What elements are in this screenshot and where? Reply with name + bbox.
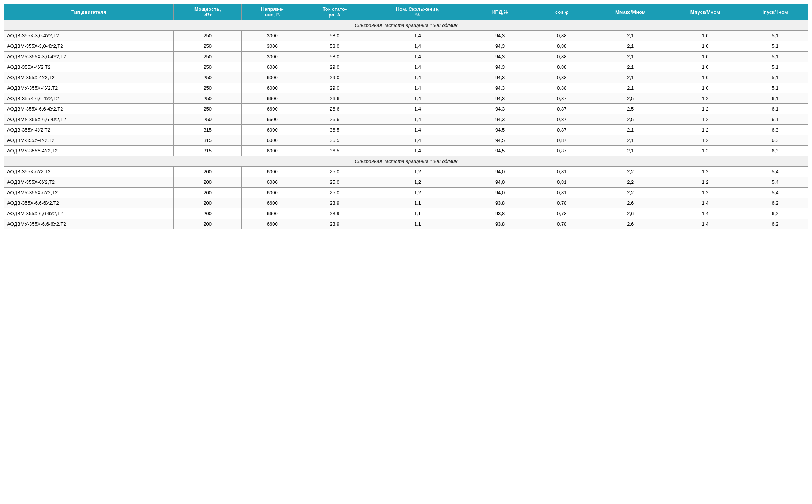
- cell-0-2-5: 94,3: [469, 52, 531, 62]
- cell-1-3-8: 1,4: [668, 198, 742, 208]
- cell-0-1-3: 58,0: [303, 41, 366, 52]
- cell-0-11-6: 0,87: [531, 146, 593, 156]
- cell-0-1-5: 94,3: [469, 41, 531, 52]
- cell-1-5-5: 93,8: [469, 219, 531, 229]
- cell-0-4-3: 29,0: [303, 72, 366, 83]
- cell-1-0-7: 2,2: [593, 167, 668, 177]
- header-cell-3: Ток стато-ра, А: [303, 4, 366, 20]
- cell-1-4-8: 1,4: [668, 208, 742, 219]
- cell-0-0-3: 58,0: [303, 31, 366, 41]
- cell-0-1-9: 5,1: [742, 41, 808, 52]
- cell-0-0-9: 5,1: [742, 31, 808, 41]
- cell-0-3-5: 94,3: [469, 62, 531, 72]
- cell-1-5-1: 200: [174, 219, 242, 229]
- table-row: АОДВМ-355Х-6У2,Т2200600025,01,294,00,812…: [4, 177, 808, 188]
- cell-1-1-4: 1,2: [366, 177, 469, 188]
- table-row: АОДВ-355Х-6,6-6У2,Т2200660023,91,193,80,…: [4, 198, 808, 208]
- cell-0-8-9: 6,1: [742, 114, 808, 125]
- cell-0-0-1: 250: [174, 31, 242, 41]
- cell-0-4-5: 94,3: [469, 72, 531, 83]
- cell-0-8-2: 6600: [242, 114, 303, 125]
- header-cell-5: КПД,%: [469, 4, 531, 20]
- header-cell-6: cos φ: [531, 4, 593, 20]
- cell-1-1-6: 0,81: [531, 177, 593, 188]
- cell-1-2-1: 200: [174, 188, 242, 198]
- cell-1-1-8: 1,2: [668, 177, 742, 188]
- cell-0-6-2: 6600: [242, 93, 303, 104]
- cell-0-7-6: 0,87: [531, 104, 593, 114]
- cell-1-2-5: 94,0: [469, 188, 531, 198]
- cell-0-0-7: 2,1: [593, 31, 668, 41]
- cell-1-4-4: 1,1: [366, 208, 469, 219]
- cell-0-0-2: 3000: [242, 31, 303, 41]
- cell-1-2-3: 25,0: [303, 188, 366, 198]
- cell-0-5-1: 250: [174, 83, 242, 93]
- cell-1-0-4: 1,2: [366, 167, 469, 177]
- cell-0-11-1: 315: [174, 146, 242, 156]
- cell-0-0-8: 1,0: [668, 31, 742, 41]
- cell-1-4-5: 93,8: [469, 208, 531, 219]
- cell-1-3-6: 0,78: [531, 198, 593, 208]
- cell-0-9-4: 1,4: [366, 125, 469, 135]
- header-cell-4: Ном. Скольжение,%: [366, 4, 469, 20]
- cell-1-2-2: 6000: [242, 188, 303, 198]
- cell-0-2-1: 250: [174, 52, 242, 62]
- cell-0-6-5: 94,3: [469, 93, 531, 104]
- cell-0-4-8: 1,0: [668, 72, 742, 83]
- cell-0-3-9: 5,1: [742, 62, 808, 72]
- cell-0-11-3: 36,5: [303, 146, 366, 156]
- cell-0-1-6: 0,88: [531, 41, 593, 52]
- cell-0-5-2: 6000: [242, 83, 303, 93]
- cell-0-0-4: 1,4: [366, 31, 469, 41]
- cell-0-5-6: 0,88: [531, 83, 593, 93]
- cell-0-3-7: 2,1: [593, 62, 668, 72]
- section-header-0: Синхронная частота вращения 1500 об/мин: [4, 20, 808, 31]
- header-cell-1: Мощность,кВт: [174, 4, 242, 20]
- cell-1-1-5: 94,0: [469, 177, 531, 188]
- cell-1-5-6: 0,78: [531, 219, 593, 229]
- motor-specs-table: Тип двигателяМощность,кВтНапряже-ние, ВТ…: [4, 4, 808, 229]
- cell-0-0-5: 94,3: [469, 31, 531, 41]
- cell-0-11-0: АОДВМУ-355У-4У2,Т2: [4, 146, 174, 156]
- cell-0-1-7: 2,1: [593, 41, 668, 52]
- cell-0-2-4: 1,4: [366, 52, 469, 62]
- table-row: АОДВМУ-355Х-6,6-6У2,Т2200660023,91,193,8…: [4, 219, 808, 229]
- cell-0-9-8: 1,2: [668, 125, 742, 135]
- cell-0-10-9: 6,3: [742, 135, 808, 146]
- cell-1-4-1: 200: [174, 208, 242, 219]
- cell-0-2-3: 58,0: [303, 52, 366, 62]
- cell-0-8-1: 250: [174, 114, 242, 125]
- cell-1-4-2: 6600: [242, 208, 303, 219]
- cell-0-11-5: 94,5: [469, 146, 531, 156]
- table-row: АОДВМ-355Х-4У2,Т2250600029,01,494,30,882…: [4, 72, 808, 83]
- cell-0-6-6: 0,87: [531, 93, 593, 104]
- cell-0-7-0: АОДВМ-355Х-6,6-4У2,Т2: [4, 104, 174, 114]
- cell-0-10-6: 0,87: [531, 135, 593, 146]
- cell-0-0-0: АОДВ-355Х-3,0-4У2,Т2: [4, 31, 174, 41]
- cell-0-6-9: 6,1: [742, 93, 808, 104]
- cell-0-9-7: 2,1: [593, 125, 668, 135]
- cell-1-0-6: 0,81: [531, 167, 593, 177]
- table-row: АОДВМУ-355У-4У2,Т2315600036,51,494,50,87…: [4, 146, 808, 156]
- cell-0-2-9: 5,1: [742, 52, 808, 62]
- cell-0-0-6: 0,88: [531, 31, 593, 41]
- cell-1-2-6: 0,81: [531, 188, 593, 198]
- cell-0-7-1: 250: [174, 104, 242, 114]
- table-row: АОДВ-355У-4У2,Т2315600036,51,494,50,872,…: [4, 125, 808, 135]
- section-header-1: Синхронная частота вращения 1000 об/мин: [4, 156, 808, 167]
- cell-0-7-4: 1,4: [366, 104, 469, 114]
- cell-0-8-8: 1,2: [668, 114, 742, 125]
- cell-0-8-7: 2,5: [593, 114, 668, 125]
- cell-0-3-1: 250: [174, 62, 242, 72]
- cell-1-0-2: 6000: [242, 167, 303, 177]
- cell-0-9-3: 36,5: [303, 125, 366, 135]
- cell-1-4-6: 0,78: [531, 208, 593, 219]
- cell-1-1-3: 25,0: [303, 177, 366, 188]
- cell-1-5-8: 1,4: [668, 219, 742, 229]
- cell-0-4-1: 250: [174, 72, 242, 83]
- cell-0-11-9: 6,3: [742, 146, 808, 156]
- cell-1-4-0: АОДВМ-355Х-6,6-6У2,Т2: [4, 208, 174, 219]
- cell-0-10-4: 1,4: [366, 135, 469, 146]
- cell-0-7-5: 94,3: [469, 104, 531, 114]
- cell-0-8-5: 94,3: [469, 114, 531, 125]
